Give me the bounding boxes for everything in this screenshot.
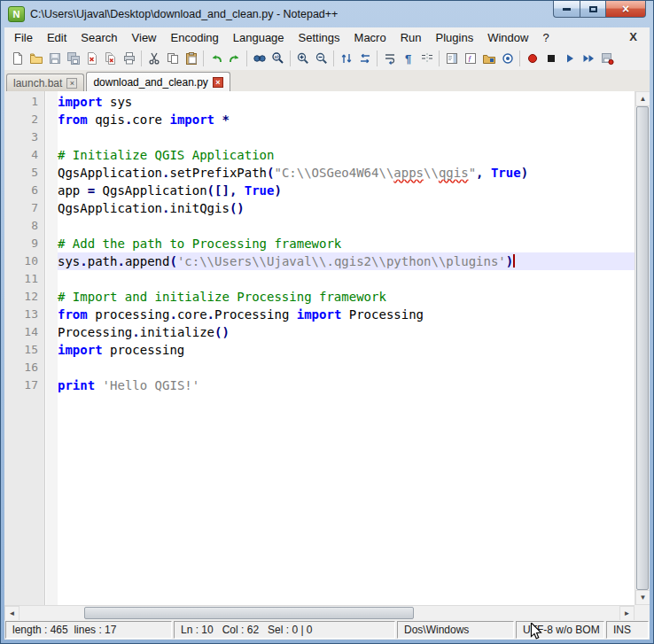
- monitoring-icon[interactable]: [498, 49, 517, 68]
- paste-icon[interactable]: [182, 49, 200, 68]
- scroll-up-icon[interactable]: ▲: [635, 91, 650, 106]
- toolbar-separator: [519, 50, 520, 66]
- line-number: 15: [4, 341, 44, 359]
- close-file-icon[interactable]: [82, 49, 101, 68]
- print-icon[interactable]: [120, 49, 138, 68]
- close-all-icon[interactable]: [101, 49, 120, 68]
- code-line-8[interactable]: [58, 217, 635, 235]
- open-file-icon[interactable]: [27, 49, 45, 68]
- status-insert-mode[interactable]: INS: [606, 621, 649, 639]
- zoom-in-icon[interactable]: [293, 49, 312, 68]
- vertical-scrollbar-thumb[interactable]: [636, 106, 649, 590]
- menu-search[interactable]: Search: [74, 29, 124, 46]
- sync-vertical-icon[interactable]: [337, 49, 355, 68]
- find-icon[interactable]: [250, 49, 269, 68]
- status-length-lines: length : 465 lines : 17: [5, 621, 172, 639]
- replace-icon[interactable]: ab: [269, 49, 287, 68]
- code-line-6[interactable]: app = QgsApplication([], True): [58, 182, 635, 199]
- stop-macro-icon[interactable]: [541, 49, 560, 68]
- gutter[interactable]: 1234567891011121314151617: [4, 91, 45, 605]
- toolbar-separator: [439, 50, 440, 66]
- code-line-11[interactable]: [58, 270, 635, 288]
- menu-view[interactable]: View: [125, 29, 164, 46]
- word-wrap-icon[interactable]: [380, 49, 399, 68]
- folder-as-workspace-icon[interactable]: [479, 49, 498, 68]
- save-all-icon[interactable]: [64, 49, 82, 68]
- fold-margin[interactable]: [46, 91, 58, 605]
- code-line-3[interactable]: [58, 128, 635, 146]
- code-line-16[interactable]: [58, 359, 635, 376]
- minimize-button[interactable]: [553, 1, 580, 18]
- tab-download-and-clean-py[interactable]: download_and_clean.py ×: [86, 72, 230, 92]
- menu-file[interactable]: File: [7, 29, 40, 46]
- code-lines[interactable]: import sysfrom qgis.core import *# Initi…: [58, 91, 635, 605]
- line-number: 17: [4, 376, 44, 394]
- menu-plugins[interactable]: Plugins: [429, 29, 481, 46]
- scroll-right-icon[interactable]: ►: [619, 606, 635, 621]
- client-area: File Edit Search View Encoding Language …: [4, 27, 650, 640]
- tab-label: launch.bat: [13, 77, 62, 89]
- menu-edit[interactable]: Edit: [40, 29, 74, 46]
- status-eol-format: Dos\Windows: [397, 621, 514, 639]
- horizontal-scrollbar-thumb[interactable]: [84, 607, 414, 619]
- code-line-12[interactable]: # Import and initialize Processing frame…: [58, 288, 635, 306]
- scroll-left-icon[interactable]: ◄: [4, 606, 19, 621]
- menu-settings[interactable]: Settings: [292, 29, 347, 46]
- menu-bar: File Edit Search View Encoding Language …: [4, 27, 650, 47]
- cut-icon[interactable]: [144, 49, 163, 68]
- code-line-1[interactable]: import sys: [58, 93, 635, 111]
- scroll-down-icon[interactable]: ▼: [635, 590, 650, 605]
- record-macro-icon[interactable]: [523, 49, 541, 68]
- menu-encoding[interactable]: Encoding: [164, 29, 226, 46]
- code-line-14[interactable]: Processing.initialize(): [58, 323, 635, 341]
- code-viewport[interactable]: 1234567891011121314151617 import sysfrom…: [4, 91, 635, 605]
- line-number: 3: [4, 128, 44, 146]
- line-number: 4: [4, 146, 44, 164]
- save-macro-icon[interactable]: [597, 49, 616, 68]
- menubar-close-document-button[interactable]: X: [626, 29, 641, 44]
- code-line-17[interactable]: print 'Hello QGIS!': [58, 376, 635, 394]
- show-all-characters-icon[interactable]: ¶: [399, 49, 417, 68]
- sync-horizontal-icon[interactable]: [355, 49, 374, 68]
- play-macro-icon[interactable]: [560, 49, 579, 68]
- tab-launch-bat[interactable]: launch.bat ×: [6, 74, 84, 91]
- code-line-15[interactable]: import processing: [58, 341, 635, 359]
- copy-icon[interactable]: [163, 49, 182, 68]
- code-line-9[interactable]: # Add the path to Processing framework: [58, 235, 635, 252]
- save-icon[interactable]: [45, 49, 64, 68]
- menu-run[interactable]: Run: [393, 29, 429, 46]
- code-line-2[interactable]: from qgis.core import *: [58, 111, 635, 128]
- redo-icon[interactable]: [225, 49, 244, 68]
- function-list-icon[interactable]: f: [461, 49, 479, 68]
- horizontal-scrollbar[interactable]: ◄ ►: [4, 605, 635, 620]
- doc-map-icon[interactable]: [442, 49, 461, 68]
- code-line-7[interactable]: QgsApplication.initQgis(): [58, 199, 635, 217]
- menu-language[interactable]: Language: [226, 29, 292, 46]
- menu-macro[interactable]: Macro: [347, 29, 393, 46]
- tab-close-icon[interactable]: ×: [66, 78, 77, 89]
- run-macro-multiple-icon[interactable]: [579, 49, 597, 68]
- code-line-10[interactable]: sys.path.append('c:\\Users\\Ujaval\\.qgi…: [58, 252, 635, 270]
- menu-help[interactable]: ?: [535, 29, 556, 46]
- code-line-13[interactable]: from processing.core.Processing import P…: [58, 306, 635, 323]
- code-line-4[interactable]: # Initialize QGIS Application: [58, 146, 635, 164]
- zoom-out-icon[interactable]: [312, 49, 331, 68]
- line-number: 2: [4, 111, 44, 128]
- close-button[interactable]: ×: [605, 1, 646, 18]
- vertical-scrollbar[interactable]: ▲ ▼: [635, 91, 650, 605]
- menu-window[interactable]: Window: [480, 29, 535, 46]
- maximize-button[interactable]: [580, 1, 605, 18]
- undo-icon[interactable]: [206, 49, 225, 68]
- tab-close-icon[interactable]: ×: [213, 77, 223, 88]
- toolbar-separator: [203, 50, 204, 66]
- window-controls: ×: [553, 1, 646, 18]
- notepadpp-window: N C:\Users\Ujaval\Desktop\download_and_c…: [0, 0, 654, 644]
- minimize-icon: [563, 8, 571, 11]
- new-file-icon[interactable]: [8, 49, 27, 68]
- code-line-5[interactable]: QgsApplication.setPrefixPath("C:\\OSGeo4…: [58, 164, 635, 182]
- line-number: 8: [4, 217, 44, 235]
- indent-guide-icon[interactable]: [417, 49, 436, 68]
- tab-bar: launch.bat × download_and_clean.py ×: [4, 70, 650, 92]
- close-icon: ×: [622, 3, 629, 15]
- toolbar-separator: [377, 50, 378, 66]
